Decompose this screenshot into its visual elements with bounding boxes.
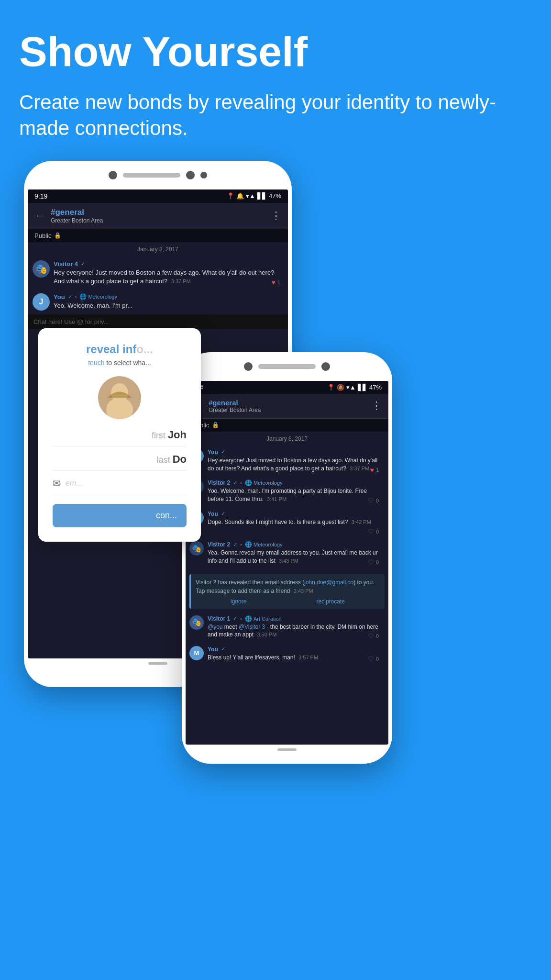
ignore-button[interactable]: ignore — [231, 598, 246, 605]
reveal-email-field[interactable]: ✉ em... — [53, 478, 187, 494]
like-you2[interactable]: ♡ — [368, 527, 374, 537]
time-you1: 3:37 PM — [350, 466, 369, 471]
msg-text-you1[interactable]: Hey everyone! Just moved to Boston a few… — [208, 457, 379, 473]
time-v4: 3:37 PM — [171, 278, 191, 284]
reveal-first-field[interactable]: first Joh — [53, 429, 187, 446]
input-placeholder-back[interactable]: Chat here! Use @ for priv... — [33, 318, 282, 325]
reveal-photo — [98, 376, 141, 419]
time-v2-2: 3:43 PM — [279, 558, 298, 564]
mic-icon — [200, 172, 207, 178]
msg-row-you1: M You ✓ Hey everyone! Just moved to Bost… — [189, 449, 385, 475]
location-icon: 📍 — [227, 192, 234, 200]
msg-row-v1: 🎭 Visitor 1 ✓ • 🌐 Art Curation — [189, 615, 385, 641]
time-you3: 3:57 PM — [298, 655, 318, 660]
public-badge-back: Public 🔒 — [28, 229, 288, 242]
time-v1: 3:50 PM — [257, 632, 276, 637]
like-v1[interactable]: ♡ — [368, 632, 374, 641]
sender-you2: You ✓ — [208, 511, 379, 517]
date-divider-front: January 8, 2017 — [186, 432, 388, 446]
heart-you1[interactable]: ♥ — [370, 466, 374, 475]
msg-text-you3[interactable]: Bless up! Y'all are lifesavers, man! 3:5… — [208, 654, 379, 662]
globe-icon-v1: 🌐 — [245, 615, 252, 622]
sender-name-v2-2: Visitor 2 — [208, 541, 230, 548]
msg-content-you1: You ✓ Hey everyone! Just moved to Boston… — [208, 449, 379, 475]
reveal-notification[interactable]: Visitor 2 has revealed their email addre… — [189, 574, 385, 609]
sender-name-you3: You — [208, 646, 218, 653]
messages-area-back: 🎭 Visitor 4 ✓ Hey everyone! Just moved t… — [28, 256, 288, 314]
more-options-icon-front[interactable]: ⋮ — [371, 400, 382, 412]
sender-name-v1: Visitor 1 — [208, 615, 230, 622]
actions-v1: ♡ 0 — [368, 632, 379, 641]
time-you2: 3:42 PM — [352, 519, 371, 525]
count-you1: 1 — [376, 467, 379, 474]
channel-location-back: Greater Boston Area — [51, 217, 271, 224]
bell-icon: 🔔 — [236, 192, 244, 200]
avatar-v1: 🎭 — [189, 615, 204, 630]
verified-v2-1: ✓ — [233, 480, 237, 486]
sender-v1: Visitor 1 ✓ • 🌐 Art Curation — [208, 615, 379, 622]
mask-icon: 🎭 — [35, 263, 47, 275]
sender-name-you-back: You — [54, 293, 65, 301]
count-v2-1: 0 — [376, 497, 379, 504]
msg-text-v2-1[interactable]: Yoo. Welcome, man. I'm promoting a party… — [208, 487, 379, 503]
header-subtitle: Create new bonds by revealing your ident… — [19, 89, 532, 142]
chat-input-back: Chat here! Use @ for priv... — [28, 314, 288, 329]
public-badge-front: Public 🔒 — [186, 419, 388, 432]
heart-count-v4: 1 — [277, 279, 280, 286]
reciprocate-button[interactable]: reciprocate — [317, 598, 345, 605]
message-row-you-back: J You ✓ • 🌐 Meteorology Yoo. Welcome, ma… — [33, 293, 283, 311]
status-bar-front: 9:16 📍 🔕 ▾▲ ▋▋ 47% — [186, 381, 388, 394]
channel-location-front: Greater Boston Area — [209, 407, 371, 413]
wifi-icon-f: ▾▲ — [346, 384, 356, 391]
verified-you3: ✓ — [221, 646, 225, 652]
speaker — [123, 173, 180, 178]
count-v2-2: 0 — [376, 559, 379, 566]
phone-top-bar-front — [182, 352, 392, 381]
msg-content-v2-2: Visitor 2 ✓ • 🌐 Meteorology Yea. Gonna r… — [208, 541, 379, 567]
heart-icon-v4[interactable]: ♥ — [272, 278, 276, 288]
message-text-visitor4[interactable]: Hey everyone! Just moved to Boston a few… — [54, 268, 280, 286]
msg-text-v1[interactable]: @you meet @Visitor 3 - the best barber i… — [208, 623, 379, 639]
like-v2-1[interactable]: ♡ — [368, 496, 374, 506]
msg-content-you3: You ✓ Bless up! Y'all are lifesavers, ma… — [208, 646, 379, 664]
msg-text-you2[interactable]: Dope. Sounds like I might have to. Is th… — [208, 518, 379, 526]
like-you3[interactable]: ♡ — [368, 655, 374, 664]
header-section: Show Yourself Create new bonds by reveal… — [0, 0, 551, 161]
like-v2-2[interactable]: ♡ — [368, 558, 374, 568]
signal-icon-f: ▋▋ — [358, 384, 367, 391]
sender-v2-2: Visitor 2 ✓ • 🌐 Meteorology — [208, 541, 379, 548]
time-v2-1: 3:41 PM — [267, 496, 287, 502]
back-arrow-icon[interactable]: ← — [34, 210, 45, 222]
reveal-notification-text: Visitor 2 has revealed their email addre… — [196, 578, 380, 595]
sender-you1: You ✓ — [208, 449, 379, 456]
camera-icon-front — [244, 362, 253, 371]
actions-v2-2: ♡ 0 — [368, 558, 379, 568]
sender-v2-1: Visitor 2 ✓ • 🌐 Meteorology — [208, 479, 379, 486]
tag-v2-2: 🌐 Meteorology — [245, 541, 283, 548]
confirm-button[interactable]: con... — [53, 504, 187, 527]
verified-icon-v4: ✓ — [81, 261, 85, 267]
phone-bottom-front — [182, 745, 392, 759]
reveal-last-value: Do — [173, 453, 187, 465]
tag-v1: 🌐 Art Curation — [245, 615, 282, 622]
reveal-email-link[interactable]: john.doe@gmail.co — [304, 579, 353, 586]
channel-name-front: #general — [209, 399, 371, 407]
reveal-card-subtitle: touch to select wha... — [53, 359, 187, 367]
avatar-you-back: J — [33, 293, 50, 311]
sender-you-back: You ✓ • 🌐 Meteorology — [54, 293, 280, 301]
reveal-first-value: Joh — [168, 429, 187, 441]
more-options-icon[interactable]: ⋮ — [271, 210, 281, 222]
actions-you2: ♡ 0 — [368, 527, 379, 537]
sender-name-you1: You — [208, 449, 218, 456]
msg-text-v2-2[interactable]: Yea. Gonna reveal my email address to yo… — [208, 549, 379, 565]
msg-content-v1: Visitor 1 ✓ • 🌐 Art Curation @you meet @… — [208, 615, 379, 641]
date-divider-back: January 8, 2017 — [28, 242, 288, 256]
dot-v2-1: • — [240, 480, 242, 486]
globe-icon-v2-1: 🌐 — [245, 479, 252, 486]
email-icon: ✉ — [53, 478, 61, 489]
reveal-last-field[interactable]: last Do — [53, 453, 187, 471]
sensor-icon — [186, 171, 195, 179]
globe-icon-you-back: 🌐 — [79, 293, 87, 300]
phone-front-screen: 9:16 📍 🔕 ▾▲ ▋▋ 47% ← #general Greater Bo… — [186, 381, 388, 745]
camera-icon — [109, 171, 117, 179]
